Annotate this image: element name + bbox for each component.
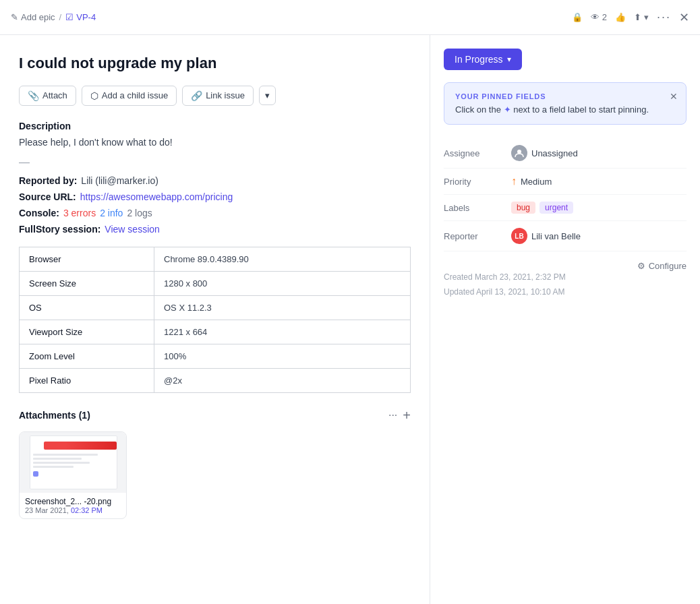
close-button[interactable]: ✕ bbox=[679, 10, 689, 25]
source-url-field: Source URL: https://awesomewebapp.com/pr… bbox=[19, 191, 411, 202]
attachment-item[interactable]: Screenshot_2... -20.png 23 Mar 2021, 02:… bbox=[19, 431, 127, 519]
paperclip-icon: 📎 bbox=[28, 90, 39, 101]
table-cell-label: Zoom Level bbox=[20, 344, 154, 368]
description-text: Please help, I don't know what to do! bbox=[19, 135, 411, 150]
attachments-header: Attachments (1) ··· + bbox=[19, 408, 411, 423]
thumb-up-icon: 👍 bbox=[615, 12, 626, 22]
console-logs-badge[interactable]: 2 logs bbox=[127, 208, 152, 218]
table-row: Zoom Level100% bbox=[20, 344, 411, 368]
attachment-thumbnail bbox=[20, 432, 127, 493]
attach-button[interactable]: 📎 Attach bbox=[19, 86, 76, 106]
attachments-title: Attachments (1) bbox=[19, 410, 90, 421]
status-button[interactable]: In Progress ▾ bbox=[444, 49, 522, 70]
link-issue-button[interactable]: 🔗 Link issue bbox=[182, 86, 254, 106]
toolbar-dropdown-button[interactable]: ▾ bbox=[259, 86, 276, 105]
updated-timestamp: Updated April 13, 2021, 10:10 AM bbox=[444, 285, 566, 300]
page-title: I could not upgrade my plan bbox=[19, 54, 411, 73]
view-session-link[interactable]: View session bbox=[105, 224, 159, 235]
breadcrumb: ✎ Add epic / ☑ VP-4 bbox=[11, 12, 96, 22]
priority-icon: ↑ bbox=[511, 175, 517, 187]
attachment-list: Screenshot_2... -20.png 23 Mar 2021, 02:… bbox=[19, 431, 411, 519]
pencil-icon: ✎ bbox=[11, 12, 18, 22]
table-row: Screen Size1280 x 800 bbox=[20, 271, 411, 295]
labels-label: Labels bbox=[444, 203, 511, 213]
share-icon: ⬆ bbox=[634, 12, 641, 22]
table-cell-value: 100% bbox=[154, 344, 411, 368]
topbar: ✎ Add epic / ☑ VP-4 🔒 👁 2 👍 ⬆ ▾ ··· ✕ bbox=[0, 0, 700, 35]
attachment-info: Screenshot_2... -20.png 23 Mar 2021, 02:… bbox=[20, 493, 126, 518]
reporter-avatar: LB bbox=[511, 228, 527, 244]
table-cell-label: Pixel Ratio bbox=[20, 368, 154, 392]
main-layout: I could not upgrade my plan 📎 Attach ⬡ A… bbox=[0, 35, 700, 604]
reporter-field: Reporter LB Lili van Belle bbox=[444, 221, 687, 251]
assignee-label: Assignee bbox=[444, 148, 511, 158]
attachments-section: Attachments (1) ··· + bbox=[19, 408, 411, 519]
attachment-time-link[interactable]: 02:32 PM bbox=[71, 506, 103, 514]
assignee-value[interactable]: Unassigned bbox=[511, 145, 578, 161]
watchers-button[interactable]: 👁 2 bbox=[591, 12, 607, 22]
add-child-issue-button[interactable]: ⬡ Add a child issue bbox=[82, 86, 177, 106]
lock-button[interactable]: 🔒 bbox=[572, 12, 583, 22]
share-button[interactable]: ⬆ ▾ bbox=[634, 12, 649, 22]
console-errors-badge[interactable]: 3 errors bbox=[63, 208, 96, 218]
issue-id-link[interactable]: ☑ VP-4 bbox=[65, 12, 96, 22]
pinned-fields-description: Click on the ✦ next to a field label to … bbox=[455, 104, 675, 115]
timestamps: Created March 23, 2021, 2:32 PM Updated … bbox=[444, 270, 566, 299]
issue-type-icon: ☑ bbox=[65, 12, 74, 22]
console-field: Console: 3 errors 2 info 2 logs bbox=[19, 208, 411, 218]
table-cell-value: Chrome 89.0.4389.90 bbox=[154, 247, 411, 271]
pinned-fields-title: YOUR PINNED FIELDS bbox=[455, 92, 675, 100]
configure-button[interactable]: ⚙ Configure bbox=[637, 261, 687, 271]
breadcrumb-separator: / bbox=[59, 12, 62, 22]
table-row: BrowserChrome 89.0.4389.90 bbox=[20, 247, 411, 271]
attachment-name: Screenshot_2... -20.png bbox=[25, 497, 121, 506]
right-panel: In Progress ▾ ✕ YOUR PINNED FIELDS Click… bbox=[430, 35, 700, 604]
bug-label-badge: bug bbox=[511, 202, 535, 214]
avatar bbox=[511, 145, 527, 161]
lock-icon: 🔒 bbox=[572, 12, 583, 22]
labels-field: Labels bug urgent bbox=[444, 195, 687, 221]
console-badges: 3 errors 2 info 2 logs bbox=[63, 208, 152, 218]
attachments-add-button[interactable]: + bbox=[403, 408, 411, 423]
fullstory-field: FullStory session: View session bbox=[19, 224, 411, 235]
table-cell-label: Browser bbox=[20, 247, 154, 271]
table-cell-label: OS bbox=[20, 295, 154, 320]
table-cell-label: Viewport Size bbox=[20, 320, 154, 344]
source-url-link[interactable]: https://awesomewebapp.com/pricing bbox=[80, 191, 233, 202]
priority-field: Priority ↑ Medium bbox=[444, 169, 687, 195]
timestamps-section: Created March 23, 2021, 2:32 PM Updated … bbox=[444, 261, 687, 299]
chevron-down-icon: ▾ bbox=[265, 90, 270, 100]
table-row: Pixel Ratio@2x bbox=[20, 368, 411, 392]
table-cell-value: 1280 x 800 bbox=[154, 271, 411, 295]
table-cell-value: @2x bbox=[154, 368, 411, 392]
table-cell-label: Screen Size bbox=[20, 271, 154, 295]
eye-icon: 👁 bbox=[591, 12, 600, 22]
description-section: Description Please help, I don't know wh… bbox=[19, 121, 411, 150]
attachments-more-button[interactable]: ··· bbox=[388, 409, 397, 421]
reporter-value[interactable]: LB Lili van Belle bbox=[511, 228, 581, 244]
priority-label: Priority bbox=[444, 177, 511, 187]
gear-icon: ⚙ bbox=[637, 261, 645, 271]
created-timestamp: Created March 23, 2021, 2:32 PM bbox=[444, 270, 566, 285]
console-info-badge[interactable]: 2 info bbox=[100, 208, 123, 218]
priority-value[interactable]: ↑ Medium bbox=[511, 175, 552, 187]
pinned-close-button[interactable]: ✕ bbox=[670, 91, 678, 102]
reported-by-field: Reported by: Lili (lili@marker.io) bbox=[19, 175, 411, 186]
close-icon: ✕ bbox=[679, 10, 689, 25]
table-cell-value: OS X 11.2.3 bbox=[154, 295, 411, 320]
attachment-date: 23 Mar 2021, 02:32 PM bbox=[25, 506, 121, 514]
topbar-actions: 🔒 👁 2 👍 ⬆ ▾ ··· ✕ bbox=[572, 10, 689, 25]
assignee-field: Assignee Unassigned bbox=[444, 138, 687, 169]
child-issue-icon: ⬡ bbox=[90, 90, 98, 101]
more-options-button[interactable]: ··· bbox=[657, 10, 671, 24]
urgent-label-badge: urgent bbox=[539, 202, 573, 214]
link-icon: 🔗 bbox=[191, 90, 202, 101]
attachments-actions: ··· + bbox=[388, 408, 411, 423]
like-button[interactable]: 👍 bbox=[615, 12, 626, 22]
table-row: Viewport Size1221 x 664 bbox=[20, 320, 411, 344]
add-epic-link[interactable]: ✎ Add epic bbox=[11, 12, 55, 22]
description-label: Description bbox=[19, 121, 411, 131]
labels-value[interactable]: bug urgent bbox=[511, 202, 573, 214]
reporter-label: Reporter bbox=[444, 231, 511, 241]
left-panel: I could not upgrade my plan 📎 Attach ⬡ A… bbox=[0, 35, 430, 604]
